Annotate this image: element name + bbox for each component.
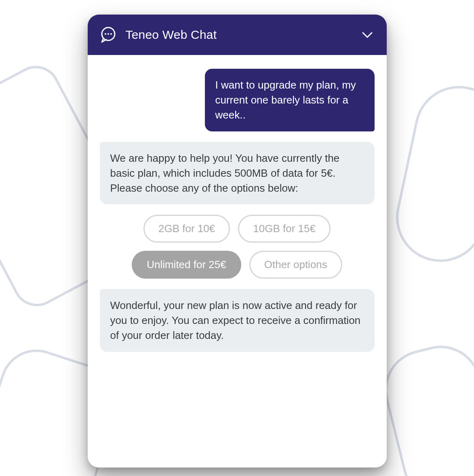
option-label: 10GB for 15€ xyxy=(253,222,316,235)
option-label: Unlimited for 25€ xyxy=(147,258,226,271)
chat-bubble-icon xyxy=(99,25,118,44)
bot-message: Wonderful, your new plan is now active a… xyxy=(100,289,375,352)
svg-point-1 xyxy=(105,33,106,35)
chat-window: Teneo Web Chat I want to upgrade my plan… xyxy=(88,15,387,468)
chat-title: Teneo Web Chat xyxy=(126,28,351,42)
bg-shape xyxy=(388,78,474,270)
bg-shape xyxy=(376,337,474,476)
message-text: We are happy to help you! You have curre… xyxy=(110,152,340,194)
minimize-button[interactable] xyxy=(359,27,375,43)
message-text: I want to upgrade my plan, my current on… xyxy=(215,79,356,121)
option-label: Other options xyxy=(264,258,327,271)
plan-options: 2GB for 10€ 10GB for 15€ Unlimited for 2… xyxy=(100,215,375,279)
chat-body: I want to upgrade my plan, my current on… xyxy=(88,55,387,468)
message-text: Wonderful, your new plan is now active a… xyxy=(110,299,361,341)
svg-point-2 xyxy=(107,33,109,35)
chevron-down-icon xyxy=(360,28,374,42)
bot-message: We are happy to help you! You have curre… xyxy=(100,142,375,205)
user-message: I want to upgrade my plan, my current on… xyxy=(205,69,375,131)
option-2gb[interactable]: 2GB for 10€ xyxy=(143,215,230,243)
option-other[interactable]: Other options xyxy=(249,251,342,279)
option-label: 2GB for 10€ xyxy=(158,222,215,235)
option-10gb[interactable]: 10GB for 15€ xyxy=(238,215,331,243)
option-unlimited[interactable]: Unlimited for 25€ xyxy=(132,251,241,279)
svg-point-3 xyxy=(110,33,112,35)
chat-header: Teneo Web Chat xyxy=(88,15,387,55)
